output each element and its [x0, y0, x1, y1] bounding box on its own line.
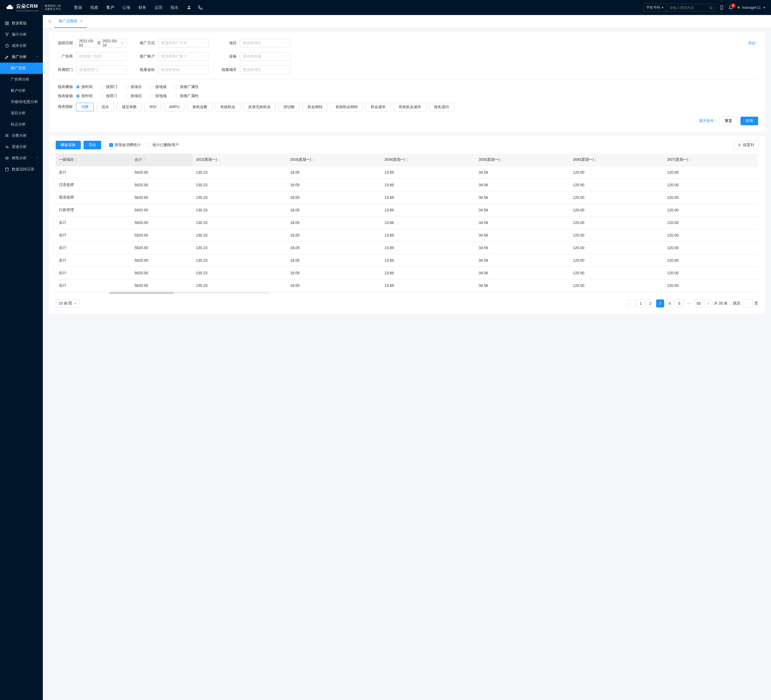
reset-button[interactable]: 重置 — [720, 117, 737, 125]
page-next[interactable]: › — [704, 299, 712, 307]
nav-item-1[interactable]: 线索 — [90, 5, 98, 10]
axis-h-radio-1[interactable]: 按部门 — [101, 84, 117, 89]
filter-线索城市[interactable]: 请选择城市˅ — [240, 65, 291, 74]
axis-v-radio-4[interactable]: 按推广属性 — [174, 94, 198, 99]
filter-设备[interactable]: 请选择设备˅ — [240, 52, 291, 61]
metric-10[interactable]: 有效机会销转 — [330, 103, 363, 111]
sidebar-sub-3-4[interactable]: 项目分析 — [0, 107, 43, 119]
filter-推广方式[interactable]: 请选择推广方式˅ — [158, 39, 209, 47]
nav-item-2[interactable]: 客户 — [106, 5, 114, 10]
axis-v-radio-3[interactable]: 按地域 — [150, 94, 166, 99]
metric-4[interactable]: ARPU — [164, 103, 185, 111]
horizontal-scrollbar[interactable] — [109, 292, 270, 294]
logo[interactable]: 云朵CRM www.yunduocrm.com 教育机构一站 式服务云平台 — [5, 3, 61, 12]
bell-icon[interactable]: 5 — [729, 5, 733, 10]
filter-项目[interactable]: 请选择项目˅ — [240, 39, 291, 47]
user-icon[interactable] — [187, 5, 191, 10]
check-cash-stat[interactable]: ✓按现金消费统计 — [109, 143, 141, 148]
metric-1[interactable]: 流水 — [96, 103, 114, 111]
sort-icon: ▲▼ — [501, 158, 503, 162]
search-type-select[interactable]: 手机号码 ▼ — [643, 3, 667, 12]
metric-9[interactable]: 机会销转 — [303, 103, 328, 111]
switch-axis-button[interactable]: 横纵切换 — [56, 141, 81, 149]
check-deleted-users[interactable]: 统计已删除用户 — [147, 143, 179, 148]
sidebar-sub-3-2[interactable]: 账户分析 — [0, 85, 43, 96]
axis-v-radio-1[interactable]: 按部门 — [101, 94, 117, 99]
metric-8[interactable]: 回访数 — [278, 103, 300, 111]
sidebar-sub-3-5[interactable]: 站点分析 — [0, 119, 43, 130]
page-5[interactable]: 5 — [675, 299, 683, 307]
page-jump-input[interactable] — [742, 299, 753, 307]
page-1[interactable]: 1 — [637, 299, 645, 307]
expand-conditions[interactable]: 展开条件 ˅ — [699, 119, 716, 123]
nav-item-5[interactable]: 运营 — [155, 5, 163, 10]
search-input[interactable] — [667, 4, 715, 11]
page-3[interactable]: 3 — [656, 299, 664, 307]
sidebar-sub-3-3[interactable]: 关键词/创意分析 — [0, 96, 43, 107]
collapse-link[interactable]: 收起 ˄ — [748, 41, 758, 45]
nav-item-0[interactable]: 数据 — [74, 5, 82, 10]
th-0[interactable]: 一级项目▲▼ — [56, 154, 132, 166]
metric-2[interactable]: 成交单数 — [117, 103, 142, 111]
page-prev[interactable]: ‹ — [627, 299, 635, 307]
filter-广告商[interactable]: 请选择广告商˅ — [76, 52, 127, 61]
tabs-toggle-icon[interactable]: ☰ — [46, 16, 54, 27]
axis-h-radio-4[interactable]: 按推广属性 — [174, 84, 198, 89]
cell-8-6: 120.00 — [570, 267, 664, 279]
axis-h-radio-0[interactable]: 按时间 — [76, 84, 93, 89]
sidebar-item-1[interactable]: 漏斗分析 — [0, 29, 43, 40]
query-button[interactable]: 查询 — [740, 117, 758, 125]
tab-promotion-overview[interactable]: 推广总预览 ✕ — [54, 15, 87, 28]
sidebar-item-3[interactable]: 推广分析˄ — [0, 51, 43, 63]
metric-12[interactable]: 有效机会成本 — [394, 103, 426, 111]
sidebar-item-7[interactable]: 数据流转记录 — [0, 164, 43, 175]
close-icon[interactable]: ✕ — [80, 19, 83, 23]
page-last[interactable]: 50 — [695, 299, 703, 307]
page-size-select[interactable]: 10 条/页 ▼ — [56, 299, 80, 307]
device-icon[interactable] — [719, 5, 724, 10]
filter-线索省份[interactable]: 请选择省份˅ — [158, 65, 209, 74]
metric-6[interactable]: 有效机会 — [215, 103, 241, 111]
nav-item-3[interactable]: 公海 — [122, 5, 130, 10]
metric-5[interactable]: 新机会数 — [187, 103, 213, 111]
axis-h-radio-3[interactable]: 按地域 — [150, 84, 166, 89]
sidebar-sub-3-1[interactable]: 广告商分析 — [0, 74, 43, 85]
metric-13[interactable]: 报名成功 — [429, 103, 454, 111]
divider — [56, 79, 758, 79]
export-button[interactable]: 导出 — [83, 141, 101, 149]
sidebar-sub-3-0[interactable]: 推广总览 — [0, 63, 43, 74]
sidebar-item-5[interactable]: 渠道分析 — [0, 141, 43, 153]
th-1[interactable]: 合计▲▼ — [132, 154, 193, 166]
search-icon[interactable] — [709, 6, 713, 10]
metric-3[interactable]: ROI — [145, 103, 161, 111]
axis-v-radio-2[interactable]: 按项目 — [125, 94, 142, 99]
metric-7[interactable]: 反馈无效机会 — [243, 103, 276, 111]
sidebar-item-0[interactable]: 数据看版 — [0, 18, 43, 29]
sidebar-item-2[interactable]: 成本分析 — [0, 40, 43, 51]
cell-7-1: 5620.00 — [132, 254, 193, 267]
page-2[interactable]: 2 — [646, 299, 655, 307]
th-3[interactable]: 3/03(星期一)▲▼ — [287, 154, 381, 166]
column-settings[interactable]: 设置列 — [734, 141, 758, 149]
metric-0[interactable]: 消费 — [76, 103, 94, 111]
user-menu[interactable]: manager11 ▼ — [737, 5, 766, 10]
th-2[interactable]: 3/02(星期一)▲▼ — [193, 154, 287, 166]
table-row: 会计5620.00130.2318.0513.8934.56120.00120.… — [56, 216, 758, 229]
th-4[interactable]: 3/04(星期一)▲▼ — [381, 154, 475, 166]
page-ellipsis[interactable]: ··· — [685, 299, 693, 307]
filter-推广账户[interactable]: 请选择推广账户˅ — [158, 52, 209, 61]
nav-item-4[interactable]: 财务 — [138, 5, 146, 10]
th-7[interactable]: 3/07(星期一)▲▼ — [664, 154, 758, 166]
page-4[interactable]: 4 — [666, 299, 674, 307]
th-5[interactable]: 3/05(星期一)▲▼ — [475, 154, 570, 166]
date-range-input[interactable]: 2021-03-02 至 2021-03-16 — [76, 39, 127, 47]
phone-icon[interactable] — [198, 5, 203, 10]
metric-11[interactable]: 机会成本 — [366, 103, 391, 111]
axis-h-radio-2[interactable]: 按项目 — [125, 84, 142, 89]
axis-v-radio-0[interactable]: 按时间 — [76, 94, 93, 99]
sidebar-item-4[interactable]: 访客分析 — [0, 130, 43, 141]
filter-所属部门[interactable]: 请选择部门˅ — [76, 65, 127, 74]
sidebar-item-6[interactable]: 销售分析˅ — [0, 153, 43, 164]
th-6[interactable]: 3/06(星期一)▲▼ — [570, 154, 664, 166]
nav-item-6[interactable]: 报名 — [171, 5, 179, 10]
